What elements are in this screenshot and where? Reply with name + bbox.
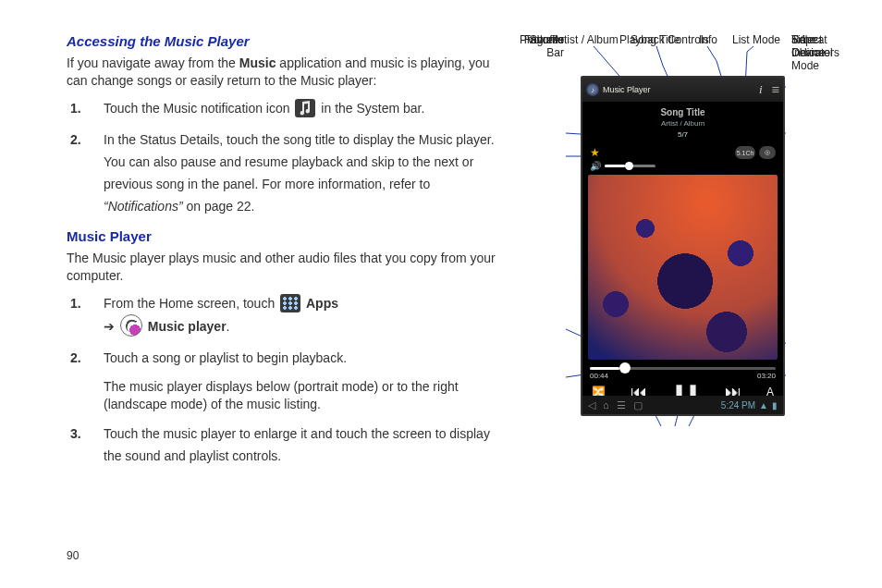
screenshot-icon[interactable]: ▢ <box>633 399 643 411</box>
home-icon[interactable]: ⌂ <box>603 399 609 411</box>
player-header-bar: ♪ Music Player i ≡ <box>582 78 783 102</box>
page-number: 90 <box>67 549 79 562</box>
music-player-icon: ♪ <box>586 83 599 96</box>
music-note-icon <box>295 99 315 117</box>
volume-slider[interactable] <box>605 165 655 167</box>
back-icon[interactable]: ◁ <box>588 399 595 411</box>
list-mode-icon[interactable]: ≡ <box>772 82 779 98</box>
steps-list-b: 1. From the Home screen, touch Apps ➔ Mu… <box>67 292 506 467</box>
music-player-diagram: Artist / Album Song Title Info List Mode… <box>508 33 860 551</box>
track-counter: 5/7 <box>582 129 783 141</box>
label-shuffle: Shuffle <box>508 33 564 46</box>
track-metadata: Song Title Artist / Album 5/7 <box>582 102 783 144</box>
label-list-mode: List Mode <box>732 33 780 46</box>
music-player-screenshot: ♪ Music Player i ≡ Song Title Artist / A… <box>581 76 785 416</box>
steps-list-a: 1. Touch the Music notification icon in … <box>67 97 506 217</box>
intro-paragraph-2: The Music player plays music and other a… <box>67 250 506 285</box>
progress-slider[interactable] <box>590 367 776 370</box>
volume-icon[interactable]: 🔊 <box>590 161 601 171</box>
battery-icon: ▮ <box>772 400 778 410</box>
clock: 5:24 PM <box>721 400 755 410</box>
app-title: Music Player <box>603 85 651 94</box>
time-elapsed: 00:44 <box>590 372 608 380</box>
body-text-column: Accessing the Music Player If you naviga… <box>67 33 506 476</box>
time-total: 03:20 <box>757 372 776 380</box>
step-a2: 2. In the Status Details, touch the song… <box>94 129 506 217</box>
step-a1: 1. Touch the Music notification icon in … <box>94 97 506 119</box>
step-b2-extra: The music player displays below (portrai… <box>104 378 506 413</box>
apps-grid-icon <box>280 294 300 312</box>
step-b3: 3. Touch the music player to enlarge it … <box>94 423 506 467</box>
step-b2: 2. Touch a song or playlist to begin pla… <box>94 347 506 413</box>
select-device-icon[interactable]: ◎ <box>759 146 776 159</box>
step-b1: 1. From the Home screen, touch Apps ➔ Mu… <box>94 292 506 337</box>
info-icon[interactable]: i <box>759 82 763 97</box>
wifi-icon: ▲ <box>759 400 768 410</box>
favorite-star-icon[interactable]: ★ <box>590 146 600 159</box>
system-bar: ◁ ⌂ ☰ ▢ 5:24 PM ▲ ▮ <box>582 396 783 414</box>
artist-album: Artist / Album <box>582 118 783 129</box>
channel-5p1-badge[interactable]: 5.1Ch <box>735 146 755 159</box>
album-art[interactable] <box>588 175 778 360</box>
music-player-app-icon <box>120 314 142 337</box>
intro-paragraph-1: If you navigate away from the Music appl… <box>67 55 506 90</box>
song-title: Song Title <box>582 107 783 118</box>
label-playback-controls: Playback Controls <box>619 33 709 46</box>
recent-icon[interactable]: ☰ <box>617 399 626 411</box>
heading-music-player: Music Player <box>67 228 506 244</box>
label-repeat: Repeat <box>791 33 827 46</box>
volume-row: 🔊 <box>582 161 783 171</box>
heading-accessing: Accessing the Music Player <box>67 33 506 49</box>
